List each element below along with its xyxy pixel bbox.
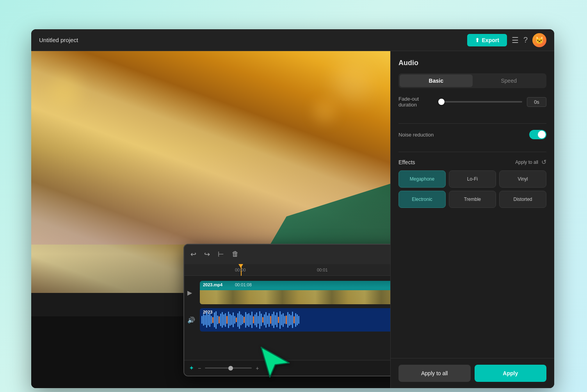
video-area: ▶ ↩ ↪ ⊢ 🗑 ▶ 00:00 xyxy=(31,51,390,388)
effect-megaphone[interactable]: Megaphone xyxy=(398,170,446,188)
video-track-row: ▶ 2023.mp4 00:01:08 xyxy=(184,279,390,306)
noise-row: Noise reduction xyxy=(398,130,546,139)
audio-track[interactable]: 2023 xyxy=(200,308,390,332)
split-icon[interactable]: ⊢ xyxy=(218,250,224,259)
video-track[interactable]: 2023.mp4 00:01:08 xyxy=(200,281,390,304)
effect-electronic-label: Electronic xyxy=(402,197,442,202)
fade-out-thumb[interactable] xyxy=(438,99,445,105)
apply-to-all-button[interactable]: Apply to all xyxy=(398,365,471,382)
export-icon: ⬆ xyxy=(475,37,480,43)
noise-toggle[interactable] xyxy=(529,130,546,139)
audio-track-row: 🔊 2023 xyxy=(184,306,390,333)
project-title: Untitled project xyxy=(39,37,78,43)
timeline-settings-icon[interactable]: ✦ xyxy=(189,364,194,372)
effects-label: Effects xyxy=(398,159,415,165)
effect-tremble[interactable]: Tremble xyxy=(449,191,496,208)
audio-track-icon: 🔊 xyxy=(187,316,197,324)
app-window: Untitled project ⬆ Export ☰ ? 🐱 xyxy=(31,29,554,388)
avatar[interactable]: 🐱 xyxy=(532,33,546,47)
ruler-marker-1: 00:01 xyxy=(317,268,328,272)
main-content: ▶ ↩ ↪ ⊢ 🗑 ▶ 00:00 xyxy=(31,51,554,388)
undo-icon[interactable]: ↩ xyxy=(190,250,196,259)
timeline-tool-left: ↩ ↪ ⊢ 🗑 xyxy=(190,250,239,259)
svg-marker-0 xyxy=(261,347,289,377)
video-track-label: 2023.mp4 xyxy=(203,282,222,287)
fade-out-label: Fade-out duration xyxy=(398,96,434,108)
noise-label: Noise reduction xyxy=(398,132,434,138)
refresh-icon[interactable]: ↺ xyxy=(541,158,546,166)
effects-header: Effects Apply to all ↺ xyxy=(398,158,546,166)
effect-vinyl[interactable]: Vinyl xyxy=(499,170,546,188)
noise-label-text: Noise reduction xyxy=(398,132,434,138)
menu-icon[interactable]: ☰ xyxy=(512,35,519,45)
apply-button[interactable]: Apply xyxy=(475,365,547,382)
ruler-marker-0: 00:00 xyxy=(235,268,246,272)
effect-lofi[interactable]: Lo-Fi xyxy=(449,170,496,188)
timeline-toolbar: ↩ ↪ ⊢ 🗑 ▶ xyxy=(184,245,390,264)
fade-out-slider[interactable] xyxy=(438,101,522,103)
effects-grid: Megaphone Lo-Fi Vinyl Electronic Tremble xyxy=(398,170,546,208)
redo-icon[interactable]: ↪ xyxy=(204,250,210,259)
zoom-slider[interactable] xyxy=(205,367,252,369)
right-panel: Audio Basic Speed Fade-out duration 0s xyxy=(390,51,554,388)
effect-tremble-label: Tremble xyxy=(452,197,493,202)
arrow-cursor xyxy=(258,344,293,380)
timeline-tracks: ▶ 2023.mp4 00:01:08 🔊 2023 xyxy=(184,276,390,337)
action-buttons: Apply to all Apply xyxy=(391,358,554,388)
tab-speed[interactable]: Speed xyxy=(473,74,546,87)
header-controls: ⬆ Export ☰ ? 🐱 xyxy=(467,33,546,47)
delete-icon[interactable]: 🗑 xyxy=(232,250,239,259)
toggle-knob xyxy=(538,131,546,138)
video-track-duration: 00:01:08 xyxy=(235,282,252,287)
effects-header-right: Apply to all ↺ xyxy=(515,158,546,166)
effects-section: Effects Apply to all ↺ Megaphone Lo-Fi V… xyxy=(391,158,554,222)
tab-bar: Basic Speed xyxy=(398,73,546,88)
zoom-out-icon[interactable]: − xyxy=(198,365,201,371)
panel-title: Audio xyxy=(398,59,546,67)
header: Untitled project ⬆ Export ☰ ? 🐱 xyxy=(31,29,554,51)
effect-distorted-label: Distorted xyxy=(503,197,543,202)
effect-megaphone-label: Megaphone xyxy=(402,176,442,182)
export-label: Export xyxy=(482,37,499,43)
fade-out-value: 0s xyxy=(527,97,546,107)
help-icon[interactable]: ? xyxy=(523,35,528,44)
audio-waveform xyxy=(200,308,390,332)
fade-out-control: Fade-out duration 0s xyxy=(398,96,546,108)
timeline-ruler: 00:00 00:01 xyxy=(184,264,390,276)
effect-vinyl-label: Vinyl xyxy=(503,176,543,182)
effect-distorted[interactable]: Distorted xyxy=(499,191,546,208)
apply-to-all-small[interactable]: Apply to all xyxy=(515,160,538,165)
video-track-icon: ▶ xyxy=(187,289,197,296)
effect-lofi-label: Lo-Fi xyxy=(452,176,493,182)
effect-electronic[interactable]: Electronic xyxy=(398,191,446,208)
audio-section: Audio Basic Speed Fade-out duration 0s xyxy=(391,51,554,123)
video-strip xyxy=(200,290,390,304)
noise-section: Noise reduction xyxy=(391,130,554,152)
divider-1 xyxy=(398,123,546,124)
export-button[interactable]: ⬆ Export xyxy=(467,34,507,46)
tab-basic[interactable]: Basic xyxy=(400,74,473,87)
divider-2 xyxy=(398,152,546,152)
